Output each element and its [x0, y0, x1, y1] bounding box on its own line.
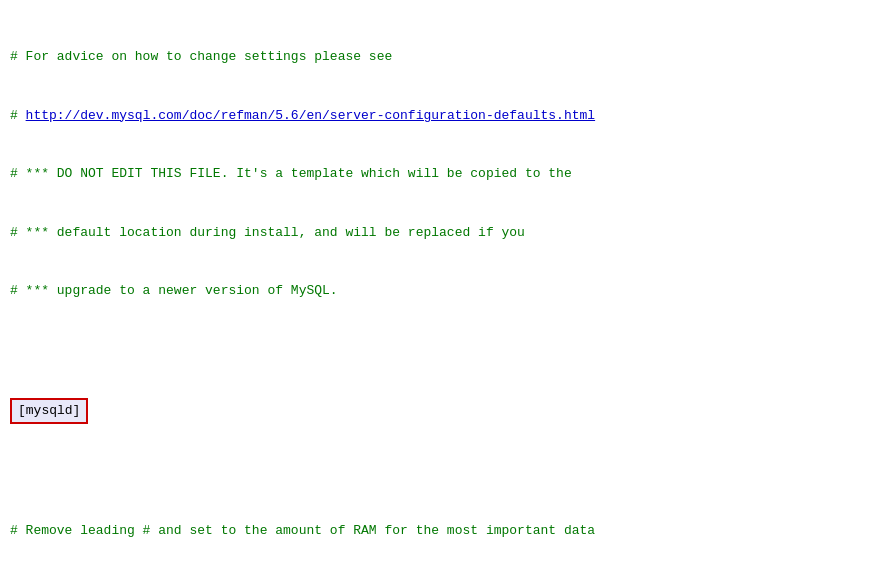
line-2: # http://dev.mysql.com/doc/refman/5.6/en… — [10, 106, 869, 126]
section-header-mysqld: [mysqld] — [10, 398, 88, 424]
line-7: # Remove leading # and set to the amount… — [10, 521, 869, 541]
line-4: # *** default location during install, a… — [10, 223, 869, 243]
line-6: [mysqld] — [10, 398, 869, 424]
empty-line-2 — [10, 463, 869, 483]
line-5: # *** upgrade to a newer version of MySQ… — [10, 281, 869, 301]
mysql-docs-link[interactable]: http://dev.mysql.com/doc/refman/5.6/en/s… — [26, 108, 596, 123]
line-1: # For advice on how to change settings p… — [10, 47, 869, 67]
line-3: # *** DO NOT EDIT THIS FILE. It's a temp… — [10, 164, 869, 184]
empty-line-1 — [10, 340, 869, 360]
code-editor: # For advice on how to change settings p… — [0, 0, 879, 581]
